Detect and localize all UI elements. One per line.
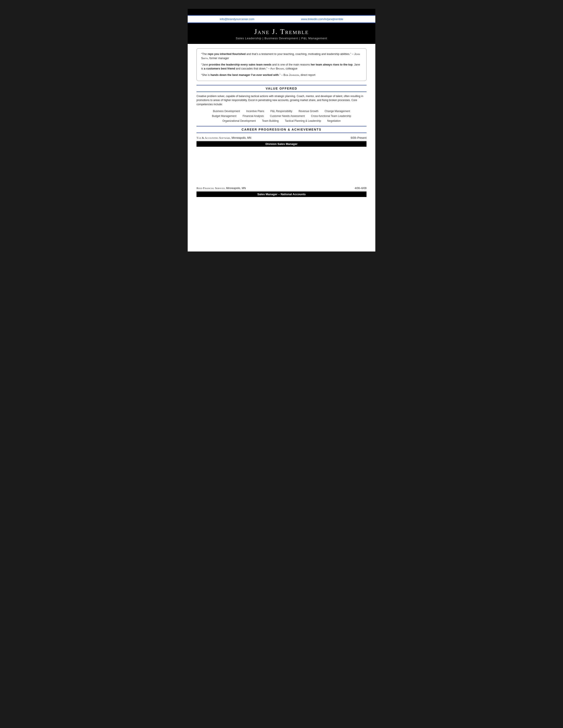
job-2-content — [196, 199, 367, 225]
competency-row-3: Organizational Development Team Building… — [196, 119, 367, 123]
top-bar — [188, 9, 375, 15]
value-offered-header: VALUE OFFERED — [196, 85, 367, 92]
contact-bar: info@brandyourcareer.com www.linkedin.co… — [188, 15, 375, 23]
job-title-2: Sales Manager – National Accounts — [196, 191, 367, 197]
company-dates-2: 4/06–6/09 — [355, 187, 367, 190]
competency-change-management: Change Management — [322, 109, 353, 113]
email-link[interactable]: info@brandyourcareer.com — [220, 17, 254, 21]
competency-incentive-plans: Incentive Plans — [243, 109, 267, 113]
career-header: CAREER PROGRESSION & ACHIEVEMENTS — [196, 126, 367, 133]
testimonial-1: “The reps you inherited flourished and t… — [201, 52, 362, 60]
competency-revenue-growth: Revenue Growth — [296, 109, 322, 113]
company-name-1: Tax & Accounting Software, Minneapolis, … — [196, 136, 251, 140]
career-title: CAREER PROGRESSION & ACHIEVEMENTS — [241, 128, 322, 131]
candidate-subtitle: Sales Leadership | Business Development … — [196, 37, 367, 40]
job-1-content — [196, 148, 367, 184]
competency-pl-responsibility: P&L Responsibility — [267, 109, 296, 113]
competency-business-development: Business Development — [210, 109, 243, 113]
competency-negotiation: Negotiation — [324, 119, 344, 123]
competency-team-building: Team Building — [259, 119, 282, 123]
competency-customer-needs: Customer Needs Assessment — [267, 114, 308, 118]
competency-org-development: Organizational Development — [219, 119, 259, 123]
competency-budget-management: Budget Management — [209, 114, 239, 118]
main-content: “The reps you inherited flourished and t… — [188, 44, 375, 232]
job-1: Tax & Accounting Software, Minneapolis, … — [196, 136, 367, 184]
value-offered-title: VALUE OFFERED — [265, 87, 297, 90]
testimonial-2: “Jane provides the leadership every sale… — [201, 63, 362, 71]
competency-row-2: Budget Management Financial Analysis Cus… — [196, 114, 367, 118]
candidate-name: Jane J. Tremble — [196, 28, 367, 36]
competency-row-1: Business Development Incentive Plans P&L… — [196, 109, 367, 113]
competency-tactical-planning: Tactical Planning & Leadership — [282, 119, 324, 123]
company-dates-1: 6/09–Present — [351, 136, 367, 139]
linkedin-link[interactable]: www.linkedin.com/in/janejtremble — [301, 17, 343, 21]
testimonials-box: “The reps you inherited flourished and t… — [196, 48, 367, 81]
resume-page: info@brandyourcareer.com www.linkedin.co… — [188, 9, 375, 251]
career-section: CAREER PROGRESSION & ACHIEVEMENTS Tax & … — [196, 126, 367, 225]
company-row-2: Reed Financial Services, Minneapolis, MN… — [196, 186, 367, 191]
testimonial-3: “She is hands down the best manager I’ve… — [201, 73, 362, 77]
job-title-1: Division Sales Manager — [196, 141, 367, 147]
name-section: Jane J. Tremble Sales Leadership | Busin… — [188, 23, 375, 44]
job-2: Reed Financial Services, Minneapolis, MN… — [196, 186, 367, 225]
company-row-1: Tax & Accounting Software, Minneapolis, … — [196, 136, 367, 141]
competency-cross-functional: Cross-functional Team Leadership — [308, 114, 354, 118]
competencies-section: Business Development Incentive Plans P&L… — [196, 109, 367, 123]
value-description: Creative problem solver, capable of bala… — [196, 94, 367, 107]
competency-financial-analysis: Financial Analysis — [239, 114, 267, 118]
company-name-2: Reed Financial Services, Minneapolis, MN — [196, 186, 246, 190]
